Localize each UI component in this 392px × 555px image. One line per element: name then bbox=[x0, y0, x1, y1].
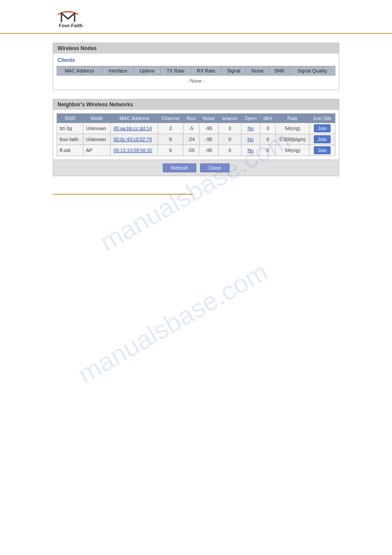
cell-rssi: -55 bbox=[183, 145, 199, 156]
open-link[interactable]: No bbox=[248, 148, 254, 153]
ncol-beacon: beacon bbox=[219, 114, 241, 123]
cell-beacon: 0 bbox=[219, 145, 241, 156]
cell-noise: -95 bbox=[199, 145, 219, 156]
cell-mode: Unknown bbox=[83, 134, 111, 145]
ncol-channel: Channel bbox=[158, 114, 183, 123]
open-link[interactable]: No bbox=[248, 137, 254, 142]
cell-rssi: -24 bbox=[183, 134, 199, 145]
cell-dtim: 0 bbox=[260, 123, 276, 134]
clients-table: MAC Address Interface Uptime TX Rate RX … bbox=[57, 66, 335, 86]
cell-rssi: -5 bbox=[183, 123, 199, 134]
clients-none-text: - None - bbox=[57, 76, 335, 87]
neighbor-row: ff-oldAP00:13:10:09:56:926-55-950No054(n… bbox=[57, 145, 335, 156]
neighbor-networks-section: Neighbor's Wireless Networks SSID Mode M… bbox=[53, 99, 339, 176]
footer-line bbox=[53, 194, 193, 195]
cell-join: Join bbox=[309, 145, 335, 156]
logo-container: Four-Faith bbox=[53, 7, 383, 29]
cell-ssid: ff-old bbox=[57, 145, 83, 156]
cell-channel: 6 bbox=[158, 145, 183, 156]
refresh-button[interactable]: Refresh bbox=[163, 163, 197, 172]
join-button[interactable]: Join bbox=[314, 146, 331, 154]
ncol-mac: MAC Address bbox=[111, 114, 158, 123]
join-button[interactable]: Join bbox=[314, 124, 331, 132]
ncol-dtim: dtim bbox=[260, 114, 276, 123]
ncol-join: Join Site bbox=[309, 114, 335, 123]
cell-ssid: four-faith bbox=[57, 134, 83, 145]
logo-icon: Four-Faith bbox=[53, 7, 92, 29]
ncol-rate: Rate bbox=[276, 114, 309, 123]
col-rx-rate: RX Rate bbox=[191, 66, 221, 76]
ncol-open: Open bbox=[241, 114, 260, 123]
cell-beacon: 0 bbox=[219, 123, 241, 134]
cell-rate: 54(n/g) bbox=[276, 123, 309, 134]
neighbor-header-row: SSID Mode MAC Address Channel Rssi Noise… bbox=[57, 114, 335, 123]
button-row: Refresh Close bbox=[53, 160, 339, 176]
cell-dtim: 0 bbox=[260, 145, 276, 156]
col-uptime: Uptime bbox=[133, 66, 160, 76]
col-signal-quality: Signal Quality bbox=[290, 66, 335, 76]
col-signal: Signal bbox=[221, 66, 246, 76]
mac-link[interactable]: 00:13:10:09:56:92 bbox=[113, 148, 152, 153]
clients-none-row: - None - bbox=[57, 76, 335, 87]
watermark-2: manualsbase.com bbox=[72, 256, 273, 389]
neighbor-networks-title: Neighbor's Wireless Networks bbox=[53, 99, 339, 110]
col-interface: Interface bbox=[102, 66, 134, 76]
ncol-mode: Mode bbox=[83, 114, 111, 123]
cell-mode: AP bbox=[83, 145, 111, 156]
ncol-ssid: SSID bbox=[57, 114, 83, 123]
cell-ssid: tzt-3g bbox=[57, 123, 83, 134]
clients-header-row: MAC Address Interface Uptime TX Rate RX … bbox=[57, 66, 335, 76]
ncol-rssi: Rssi bbox=[183, 114, 199, 123]
clients-label: Clients bbox=[57, 57, 335, 63]
cell-mode: Unknown bbox=[83, 123, 111, 134]
col-snr: SNR bbox=[269, 66, 290, 76]
cell-rate: 0.000(b/g/n) bbox=[276, 134, 309, 145]
wireless-nodes-section: Wireless Nodes Clients MAC Address Inter… bbox=[53, 43, 339, 90]
col-noise: Noise bbox=[246, 66, 269, 76]
cell-join: Join bbox=[309, 134, 335, 145]
cell-beacon: 0 bbox=[219, 134, 241, 145]
neighbor-networks-content: SSID Mode MAC Address Channel Rssi Noise… bbox=[53, 110, 339, 160]
cell-join: Join bbox=[309, 123, 335, 134]
neighbor-row: tzt-3gUnknown00:aa:bb:cc:dd:142-5-950No0… bbox=[57, 123, 335, 134]
open-link[interactable]: No bbox=[248, 126, 254, 131]
cell-open: No bbox=[241, 145, 260, 156]
cell-mac: 00:13:10:09:56:92 bbox=[111, 145, 158, 156]
ncol-noise: Noise bbox=[199, 114, 219, 123]
cell-noise: -95 bbox=[199, 134, 219, 145]
cell-open: No bbox=[241, 123, 260, 134]
mac-link[interactable]: 00:aa:bb:cc:dd:14 bbox=[113, 126, 151, 131]
neighbor-table: SSID Mode MAC Address Channel Rssi Noise… bbox=[57, 113, 335, 156]
cell-channel: 2 bbox=[158, 123, 183, 134]
mac-link[interactable]: 00:0c:43:c0:52:79 bbox=[113, 137, 151, 142]
cell-mac: 00:0c:43:c0:52:79 bbox=[111, 134, 158, 145]
cell-rate: 54(n/g) bbox=[276, 145, 309, 156]
wireless-nodes-title: Wireless Nodes bbox=[53, 43, 339, 54]
cell-channel: 6 bbox=[158, 134, 183, 145]
col-tx-rate: TX Rate bbox=[161, 66, 191, 76]
wireless-nodes-content: Clients MAC Address Interface Uptime TX … bbox=[53, 54, 339, 90]
cell-mac: 00:aa:bb:cc:dd:14 bbox=[111, 123, 158, 134]
main-content: Wireless Nodes Clients MAC Address Inter… bbox=[0, 43, 392, 176]
neighbor-row: four-faithUnknown00:0c:43:c0:52:796-24-9… bbox=[57, 134, 335, 145]
cell-noise: -95 bbox=[199, 123, 219, 134]
cell-dtim: 0 bbox=[260, 134, 276, 145]
cell-open: No bbox=[241, 134, 260, 145]
col-mac-address: MAC Address bbox=[57, 66, 102, 76]
close-button[interactable]: Close bbox=[200, 163, 229, 172]
svg-text:Four-Faith: Four-Faith bbox=[59, 23, 83, 28]
header: Four-Faith bbox=[0, 0, 392, 34]
join-button[interactable]: Join bbox=[314, 135, 331, 143]
